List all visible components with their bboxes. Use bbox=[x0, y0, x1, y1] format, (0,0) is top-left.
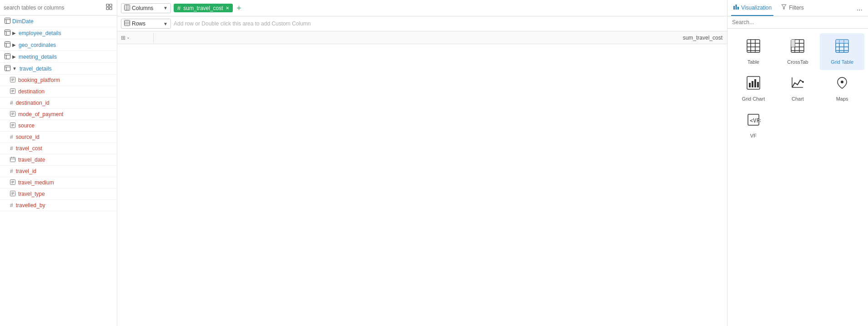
chart-viz-icon bbox=[790, 76, 805, 93]
viz-item-gridchart[interactable]: Grid Chart bbox=[731, 70, 776, 107]
main-area: Columns ▼ # sum_travel_cost × + Rows ▼ A… bbox=[117, 0, 727, 326]
number-field-icon: # bbox=[10, 202, 13, 209]
sidebar-item-employee_details[interactable]: ▶ employee_details bbox=[0, 27, 117, 39]
rows-label: Rows bbox=[132, 20, 161, 27]
table-viz-icon bbox=[746, 39, 761, 56]
sidebar-label-travel_cost: travel_cost bbox=[16, 145, 42, 152]
sidebar-item-travel_details[interactable]: ▼ travel_details bbox=[0, 63, 117, 75]
sidebar-item-mode_of_payment[interactable]: mode_of_payment bbox=[0, 109, 117, 120]
tab-filters-label: Filters bbox=[789, 5, 804, 11]
sidebar-label-source_id: source_id bbox=[16, 134, 40, 140]
columns-selector[interactable]: Columns ▼ bbox=[121, 3, 171, 13]
svg-rect-53 bbox=[733, 6, 735, 10]
sidebar-label-travelled_by: travelled_by bbox=[16, 202, 45, 209]
bar-chart-icon bbox=[733, 4, 739, 11]
grid-view-button[interactable] bbox=[105, 3, 113, 12]
columns-label: Columns bbox=[132, 5, 161, 11]
sidebar-label-travel_details: travel_details bbox=[20, 66, 52, 72]
number-field-icon: # bbox=[10, 168, 13, 174]
svg-rect-50 bbox=[125, 20, 130, 26]
sidebar-item-destination[interactable]: destination bbox=[0, 86, 117, 97]
sidebar-label-employee_details: employee_details bbox=[19, 30, 61, 36]
dropdown-arrow-icon: ▼ bbox=[163, 5, 168, 10]
string-field-icon bbox=[10, 122, 15, 129]
sidebar-label-travel_type: travel_type bbox=[18, 191, 45, 197]
svg-text:<VF>: <VF> bbox=[750, 117, 761, 124]
expand-icon: ⊞ bbox=[121, 35, 125, 41]
svg-rect-70 bbox=[791, 43, 795, 47]
sidebar-item-source_id[interactable]: # source_id bbox=[0, 132, 117, 143]
table-icon bbox=[5, 53, 10, 60]
viz-item-gridtable[interactable]: Grid Table bbox=[820, 33, 864, 70]
sidebar-label-DimDate: DimDate bbox=[12, 18, 34, 25]
svg-rect-0 bbox=[106, 4, 109, 6]
viz-search-input[interactable] bbox=[732, 19, 863, 25]
sidebar-item-DimDate[interactable]: DimDate bbox=[0, 15, 117, 27]
sidebar-item-source[interactable]: source bbox=[0, 120, 117, 132]
string-field-icon bbox=[10, 191, 15, 197]
gridchart-viz-icon bbox=[746, 76, 761, 93]
string-field-icon bbox=[10, 77, 15, 83]
rows-icon bbox=[124, 20, 130, 27]
data-cell-dash: - bbox=[127, 35, 129, 41]
chevron-right-icon: ▶ bbox=[12, 54, 16, 59]
viz-label-maps: Maps bbox=[836, 96, 848, 102]
rows-selector[interactable]: Rows ▼ bbox=[121, 19, 171, 29]
viz-item-chart[interactable]: Chart bbox=[776, 70, 820, 107]
right-panel-tabs: Visualization Filters ... bbox=[728, 0, 868, 16]
right-panel-search bbox=[728, 16, 868, 29]
sidebar-item-travel_id[interactable]: # travel_id bbox=[0, 166, 117, 177]
svg-rect-13 bbox=[5, 54, 10, 59]
viz-item-table[interactable]: Table bbox=[731, 33, 776, 70]
search-input[interactable] bbox=[4, 5, 102, 11]
add-column-button[interactable]: + bbox=[236, 4, 242, 12]
chip-hash-icon: # bbox=[177, 5, 181, 11]
svg-rect-7 bbox=[5, 30, 10, 36]
sidebar-label-source: source bbox=[18, 122, 35, 129]
sidebar-item-booking_platform[interactable]: booking_platform bbox=[0, 75, 117, 86]
tab-visualization-label: Visualization bbox=[741, 5, 772, 11]
chip-close-button[interactable]: × bbox=[226, 5, 230, 11]
svg-rect-55 bbox=[738, 7, 739, 10]
sidebar-item-travelled_by[interactable]: # travelled_by bbox=[0, 200, 117, 211]
svg-rect-82 bbox=[757, 82, 759, 87]
string-field-icon bbox=[10, 111, 15, 117]
columns-toolbar: Columns ▼ # sum_travel_cost × + bbox=[117, 0, 727, 16]
gridtable-viz-icon bbox=[835, 39, 849, 56]
sidebar-item-travel_date[interactable]: travel_date bbox=[0, 154, 117, 166]
number-field-icon: # bbox=[10, 145, 13, 152]
table-icon bbox=[5, 41, 10, 48]
svg-rect-3 bbox=[110, 7, 112, 10]
svg-rect-16 bbox=[5, 66, 10, 71]
data-body bbox=[117, 44, 727, 326]
rows-hint-text: Add row or Double click this area to add… bbox=[174, 20, 311, 27]
filter-icon bbox=[781, 4, 787, 11]
viz-item-maps[interactable]: Maps bbox=[820, 70, 864, 107]
sidebar-item-meeting_details[interactable]: ▶ meeting_details bbox=[0, 51, 117, 63]
chip-label: sum_travel_cost bbox=[183, 5, 223, 11]
dropdown-arrow-icon: ▼ bbox=[163, 21, 168, 26]
sidebar-item-geo_cordinates[interactable]: ▶ geo_cordinates bbox=[0, 39, 117, 51]
sidebar-item-travel_type[interactable]: travel_type bbox=[0, 188, 117, 200]
svg-rect-79 bbox=[749, 83, 751, 87]
table-icon bbox=[5, 18, 10, 25]
svg-rect-69 bbox=[791, 40, 795, 43]
more-options-button[interactable]: ... bbox=[855, 2, 864, 14]
viz-label-crosstab: CrossTab bbox=[787, 59, 808, 65]
sidebar-item-travel_cost[interactable]: # travel_cost bbox=[0, 143, 117, 154]
svg-point-86 bbox=[841, 81, 843, 83]
svg-point-83 bbox=[802, 81, 804, 83]
sidebar-item-destination_id[interactable]: # destination_id bbox=[0, 97, 117, 109]
sidebar-label-travel_medium: travel_medium bbox=[18, 179, 54, 186]
string-field-icon bbox=[10, 179, 15, 186]
data-header-row: ⊞ - sum_travel_cost bbox=[117, 31, 727, 44]
svg-marker-56 bbox=[782, 5, 786, 9]
sidebar-item-travel_medium[interactable]: travel_medium bbox=[0, 177, 117, 188]
viz-item-vf[interactable]: <VF> VF bbox=[731, 107, 776, 144]
table-icon bbox=[5, 30, 10, 36]
viz-item-crosstab[interactable]: CrossTab bbox=[776, 33, 820, 70]
tab-visualization[interactable]: Visualization bbox=[731, 0, 773, 16]
svg-rect-81 bbox=[754, 79, 756, 87]
tab-filters[interactable]: Filters bbox=[779, 0, 806, 16]
svg-rect-80 bbox=[752, 81, 753, 87]
